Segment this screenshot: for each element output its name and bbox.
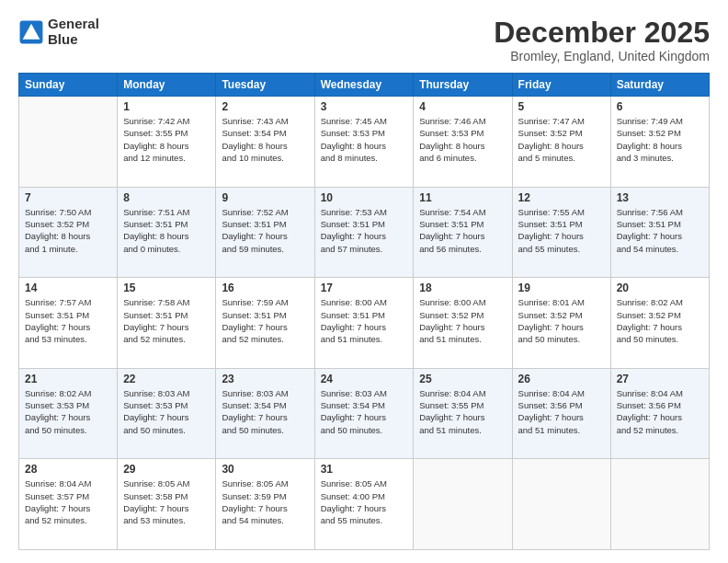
day-number: 11	[419, 191, 506, 204]
day-number: 18	[419, 282, 506, 294]
col-friday: Friday	[512, 74, 610, 97]
day-number: 3	[321, 100, 408, 113]
table-row: 5Sunrise: 7:47 AM Sunset: 3:52 PM Daylig…	[512, 97, 610, 188]
day-number: 21	[25, 373, 111, 385]
table-row: 30Sunrise: 8:05 AM Sunset: 3:59 PM Dayli…	[216, 459, 314, 550]
day-number: 1	[123, 100, 210, 113]
day-info: Sunrise: 8:03 AM Sunset: 3:54 PM Dayligh…	[321, 387, 408, 436]
day-info: Sunrise: 7:43 AM Sunset: 3:54 PM Dayligh…	[222, 115, 308, 164]
day-number: 16	[222, 282, 308, 294]
title-block: December 2025 Bromley, England, United K…	[494, 17, 710, 63]
day-number: 9	[222, 191, 308, 204]
day-number: 17	[321, 282, 408, 294]
day-number: 25	[419, 373, 506, 385]
calendar-table: Sunday Monday Tuesday Wednesday Thursday…	[18, 73, 710, 550]
day-info: Sunrise: 8:00 AM Sunset: 3:52 PM Dayligh…	[419, 296, 506, 345]
col-tuesday: Tuesday	[216, 74, 314, 97]
day-number: 6	[617, 100, 703, 113]
day-info: Sunrise: 8:01 AM Sunset: 3:52 PM Dayligh…	[518, 296, 605, 345]
day-info: Sunrise: 7:59 AM Sunset: 3:51 PM Dayligh…	[222, 296, 308, 345]
day-number: 29	[123, 463, 210, 476]
day-info: Sunrise: 7:53 AM Sunset: 3:51 PM Dayligh…	[321, 206, 408, 255]
col-monday: Monday	[118, 74, 216, 97]
day-info: Sunrise: 8:02 AM Sunset: 3:53 PM Dayligh…	[25, 387, 111, 436]
table-row	[610, 459, 709, 550]
day-info: Sunrise: 7:45 AM Sunset: 3:53 PM Dayligh…	[321, 115, 408, 164]
col-wednesday: Wednesday	[314, 74, 414, 97]
month-title: December 2025	[494, 17, 710, 49]
table-row: 31Sunrise: 8:05 AM Sunset: 4:00 PM Dayli…	[314, 459, 414, 550]
table-row: 3Sunrise: 7:45 AM Sunset: 3:53 PM Daylig…	[314, 97, 414, 188]
table-row: 22Sunrise: 8:03 AM Sunset: 3:53 PM Dayli…	[118, 368, 216, 459]
logo: General Blue	[18, 17, 99, 47]
table-row: 27Sunrise: 8:04 AM Sunset: 3:56 PM Dayli…	[610, 368, 709, 459]
day-info: Sunrise: 7:42 AM Sunset: 3:55 PM Dayligh…	[123, 115, 210, 164]
header-row: Sunday Monday Tuesday Wednesday Thursday…	[19, 74, 710, 97]
calendar-week-row: 1Sunrise: 7:42 AM Sunset: 3:55 PM Daylig…	[19, 97, 710, 188]
table-row: 13Sunrise: 7:56 AM Sunset: 3:51 PM Dayli…	[610, 187, 709, 278]
day-info: Sunrise: 7:55 AM Sunset: 3:51 PM Dayligh…	[518, 206, 605, 255]
table-row: 7Sunrise: 7:50 AM Sunset: 3:52 PM Daylig…	[19, 187, 118, 278]
table-row: 12Sunrise: 7:55 AM Sunset: 3:51 PM Dayli…	[512, 187, 610, 278]
table-row: 6Sunrise: 7:49 AM Sunset: 3:52 PM Daylig…	[610, 97, 709, 188]
table-row: 21Sunrise: 8:02 AM Sunset: 3:53 PM Dayli…	[19, 368, 118, 459]
calendar-week-row: 28Sunrise: 8:04 AM Sunset: 3:57 PM Dayli…	[19, 459, 710, 550]
day-info: Sunrise: 8:03 AM Sunset: 3:53 PM Dayligh…	[123, 387, 210, 436]
table-row	[414, 459, 512, 550]
table-row: 20Sunrise: 8:02 AM Sunset: 3:52 PM Dayli…	[610, 278, 709, 369]
table-row: 23Sunrise: 8:03 AM Sunset: 3:54 PM Dayli…	[216, 368, 314, 459]
col-saturday: Saturday	[610, 74, 709, 97]
day-info: Sunrise: 8:05 AM Sunset: 3:59 PM Dayligh…	[222, 477, 308, 526]
calendar-week-row: 21Sunrise: 8:02 AM Sunset: 3:53 PM Dayli…	[19, 368, 710, 459]
day-info: Sunrise: 7:46 AM Sunset: 3:53 PM Dayligh…	[419, 115, 506, 164]
table-row: 1Sunrise: 7:42 AM Sunset: 3:55 PM Daylig…	[118, 97, 216, 188]
day-info: Sunrise: 7:57 AM Sunset: 3:51 PM Dayligh…	[25, 296, 111, 345]
day-number: 19	[518, 282, 605, 294]
day-info: Sunrise: 8:04 AM Sunset: 3:57 PM Dayligh…	[25, 477, 111, 526]
day-number: 23	[222, 373, 308, 385]
day-number: 27	[617, 373, 703, 385]
day-info: Sunrise: 8:05 AM Sunset: 4:00 PM Dayligh…	[321, 477, 408, 526]
day-info: Sunrise: 7:49 AM Sunset: 3:52 PM Dayligh…	[617, 115, 703, 164]
day-info: Sunrise: 7:52 AM Sunset: 3:51 PM Dayligh…	[222, 206, 308, 255]
day-number: 5	[518, 100, 605, 113]
day-info: Sunrise: 7:47 AM Sunset: 3:52 PM Dayligh…	[518, 115, 605, 164]
table-row: 19Sunrise: 8:01 AM Sunset: 3:52 PM Dayli…	[512, 278, 610, 369]
table-row: 17Sunrise: 8:00 AM Sunset: 3:51 PM Dayli…	[314, 278, 414, 369]
table-row: 28Sunrise: 8:04 AM Sunset: 3:57 PM Dayli…	[19, 459, 118, 550]
day-info: Sunrise: 8:05 AM Sunset: 3:58 PM Dayligh…	[123, 477, 210, 526]
day-info: Sunrise: 8:00 AM Sunset: 3:51 PM Dayligh…	[321, 296, 408, 345]
day-number: 28	[25, 463, 111, 476]
day-number: 13	[617, 191, 703, 204]
calendar-page: General Blue December 2025 Bromley, Engl…	[0, 0, 728, 563]
day-info: Sunrise: 8:04 AM Sunset: 3:56 PM Dayligh…	[518, 387, 605, 436]
day-number: 14	[25, 282, 111, 294]
day-number: 20	[617, 282, 703, 294]
day-number: 7	[25, 191, 111, 204]
day-number: 22	[123, 373, 210, 385]
calendar-week-row: 7Sunrise: 7:50 AM Sunset: 3:52 PM Daylig…	[19, 187, 710, 278]
table-row: 4Sunrise: 7:46 AM Sunset: 3:53 PM Daylig…	[414, 97, 512, 188]
location: Bromley, England, United Kingdom	[494, 49, 710, 63]
table-row: 10Sunrise: 7:53 AM Sunset: 3:51 PM Dayli…	[314, 187, 414, 278]
day-number: 4	[419, 100, 506, 113]
day-number: 8	[123, 191, 210, 204]
table-row: 11Sunrise: 7:54 AM Sunset: 3:51 PM Dayli…	[414, 187, 512, 278]
day-number: 31	[321, 463, 408, 476]
table-row: 15Sunrise: 7:58 AM Sunset: 3:51 PM Dayli…	[118, 278, 216, 369]
table-row: 16Sunrise: 7:59 AM Sunset: 3:51 PM Dayli…	[216, 278, 314, 369]
day-info: Sunrise: 8:02 AM Sunset: 3:52 PM Dayligh…	[617, 296, 703, 345]
day-info: Sunrise: 8:04 AM Sunset: 3:56 PM Dayligh…	[617, 387, 703, 436]
day-info: Sunrise: 7:54 AM Sunset: 3:51 PM Dayligh…	[419, 206, 506, 255]
day-info: Sunrise: 7:50 AM Sunset: 3:52 PM Dayligh…	[25, 206, 111, 255]
day-info: Sunrise: 8:03 AM Sunset: 3:54 PM Dayligh…	[222, 387, 308, 436]
day-info: Sunrise: 7:58 AM Sunset: 3:51 PM Dayligh…	[123, 296, 210, 345]
day-number: 12	[518, 191, 605, 204]
day-number: 2	[222, 100, 308, 113]
logo-text: General Blue	[48, 17, 99, 47]
day-number: 15	[123, 282, 210, 294]
table-row: 14Sunrise: 7:57 AM Sunset: 3:51 PM Dayli…	[19, 278, 118, 369]
day-info: Sunrise: 7:56 AM Sunset: 3:51 PM Dayligh…	[617, 206, 703, 255]
table-row: 2Sunrise: 7:43 AM Sunset: 3:54 PM Daylig…	[216, 97, 314, 188]
col-sunday: Sunday	[19, 74, 118, 97]
